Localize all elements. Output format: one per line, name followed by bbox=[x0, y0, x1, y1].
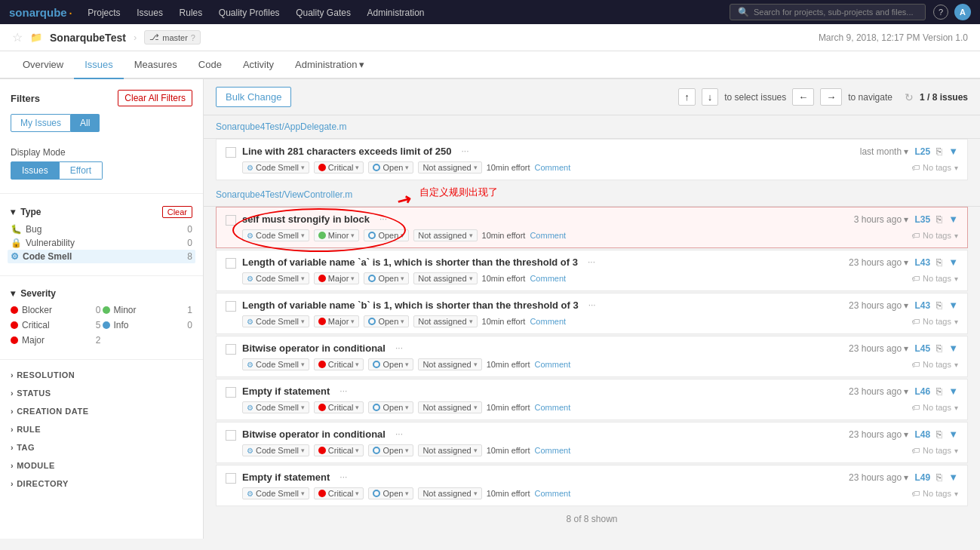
type-badge[interactable]: ⚙ Code Smell ▾ bbox=[242, 487, 309, 499]
clear-all-filters-button[interactable]: Clear All Filters bbox=[118, 90, 192, 106]
tag-section[interactable]: › Tag bbox=[0, 438, 203, 456]
issue-checkbox[interactable] bbox=[226, 301, 236, 312]
type-badge[interactable]: ⚙ Code Smell ▾ bbox=[242, 401, 309, 413]
issue-more-icon[interactable]: ··· bbox=[379, 214, 387, 224]
filter-icon[interactable]: ▼ bbox=[948, 343, 958, 354]
my-issues-button[interactable]: My Issues bbox=[11, 114, 71, 132]
branch-badge[interactable]: ⎇ master ? bbox=[144, 30, 201, 45]
severity-major-row[interactable]: Major 2 bbox=[11, 333, 101, 347]
type-badge[interactable]: ⚙ Code Smell ▾ bbox=[242, 229, 309, 241]
comment-link[interactable]: Comment bbox=[535, 360, 571, 369]
assignee-badge[interactable]: Not assigned ▾ bbox=[418, 358, 481, 370]
severity-critical-row[interactable]: Critical 5 bbox=[11, 318, 101, 332]
assignee-badge[interactable]: Not assigned ▾ bbox=[413, 229, 477, 241]
left-arrow-button[interactable]: ← bbox=[792, 88, 814, 106]
assignee-badge[interactable]: Not assigned ▾ bbox=[413, 315, 477, 327]
status-badge[interactable]: Open ▾ bbox=[364, 229, 409, 241]
severity-minor-row[interactable]: Minor 1 bbox=[103, 303, 193, 317]
rule-section[interactable]: › Rule bbox=[0, 420, 203, 438]
issue-checkbox[interactable] bbox=[226, 473, 236, 484]
filter-icon[interactable]: ▼ bbox=[948, 300, 958, 311]
severity-badge[interactable]: Minor ▾ bbox=[314, 229, 360, 241]
bulk-change-button[interactable]: Bulk Change bbox=[216, 87, 291, 107]
all-issues-button[interactable]: All bbox=[71, 114, 100, 132]
issue-checkbox[interactable] bbox=[226, 258, 236, 269]
nav-quality-profiles[interactable]: Quality Profiles bbox=[219, 8, 280, 18]
up-arrow-button[interactable]: ↑ bbox=[678, 88, 696, 106]
type-bug-row[interactable]: 🐛 Bug 0 bbox=[11, 223, 192, 236]
severity-blocker-row[interactable]: Blocker 0 bbox=[11, 303, 101, 317]
project-name[interactable]: SonarqubeTest bbox=[50, 32, 126, 44]
share-icon[interactable]: ⎘ bbox=[936, 214, 942, 225]
right-arrow-button[interactable]: → bbox=[820, 88, 842, 106]
type-badge[interactable]: ⚙ Code Smell ▾ bbox=[242, 444, 309, 456]
assignee-badge[interactable]: Not assigned ▾ bbox=[418, 487, 481, 499]
issue-checkbox[interactable] bbox=[226, 387, 236, 398]
tags-chevron-icon[interactable]: ▾ bbox=[954, 447, 958, 455]
severity-info-row[interactable]: Info 0 bbox=[103, 318, 193, 332]
severity-badge[interactable]: Major ▾ bbox=[314, 315, 360, 327]
comment-link[interactable]: Comment bbox=[535, 163, 571, 172]
status-badge[interactable]: Open ▾ bbox=[364, 315, 409, 327]
status-badge[interactable]: Open ▾ bbox=[364, 272, 409, 284]
filter-icon[interactable]: ▼ bbox=[948, 386, 958, 397]
severity-badge[interactable]: Major ▾ bbox=[314, 272, 360, 284]
creation-date-section[interactable]: › Creation Date bbox=[0, 402, 203, 420]
comment-link[interactable]: Comment bbox=[535, 489, 571, 498]
type-clear-button[interactable]: Clear bbox=[162, 206, 192, 218]
issue-checkbox[interactable] bbox=[226, 215, 236, 226]
module-section[interactable]: › Module bbox=[0, 456, 203, 475]
assignee-badge[interactable]: Not assigned ▾ bbox=[418, 401, 481, 413]
issue-more-icon[interactable]: ··· bbox=[588, 300, 596, 310]
share-icon[interactable]: ⎘ bbox=[936, 146, 942, 157]
severity-badge[interactable]: Critical ▾ bbox=[314, 487, 364, 499]
share-icon[interactable]: ⎘ bbox=[936, 257, 942, 268]
status-badge[interactable]: Open ▾ bbox=[368, 161, 413, 174]
comment-link[interactable]: Comment bbox=[535, 446, 571, 455]
share-icon[interactable]: ⎘ bbox=[936, 472, 942, 483]
comment-link[interactable]: Comment bbox=[530, 274, 566, 283]
filter-icon[interactable]: ▼ bbox=[948, 472, 958, 483]
severity-badge[interactable]: Critical ▾ bbox=[314, 161, 364, 174]
display-mode-issues[interactable]: Issues bbox=[11, 161, 60, 180]
issue-checkbox[interactable] bbox=[226, 344, 236, 355]
status-badge[interactable]: Open ▾ bbox=[368, 444, 413, 456]
star-icon[interactable]: ☆ bbox=[12, 30, 23, 45]
tab-administration[interactable]: Administration ▾ bbox=[284, 51, 375, 79]
type-badge[interactable]: ⚙ Code Smell ▾ bbox=[242, 161, 309, 174]
logo[interactable]: sonarqube · bbox=[9, 5, 72, 20]
issue-more-icon[interactable]: ··· bbox=[339, 386, 347, 396]
issue-more-icon[interactable]: ··· bbox=[395, 429, 403, 439]
share-icon[interactable]: ⎘ bbox=[936, 300, 942, 311]
issue-more-icon[interactable]: ··· bbox=[461, 146, 468, 156]
down-arrow-button[interactable]: ↓ bbox=[702, 88, 719, 106]
user-avatar[interactable]: A bbox=[954, 4, 971, 20]
comment-link[interactable]: Comment bbox=[530, 317, 566, 326]
resolution-section[interactable]: › Resolution bbox=[0, 366, 203, 384]
type-vulnerability-row[interactable]: 🔒 Vulnerability 0 bbox=[11, 236, 192, 250]
help-icon[interactable]: ? bbox=[933, 5, 948, 20]
comment-link[interactable]: Comment bbox=[530, 231, 566, 240]
file-path-2[interactable]: Sonarqube4Test/ViewController.m bbox=[204, 183, 980, 207]
refresh-icon[interactable]: ↻ bbox=[905, 91, 914, 103]
issue-more-icon[interactable]: ··· bbox=[339, 472, 347, 482]
nav-issues[interactable]: Issues bbox=[137, 8, 163, 18]
type-badge[interactable]: ⚙ Code Smell ▾ bbox=[242, 272, 309, 284]
nav-rules[interactable]: Rules bbox=[180, 8, 203, 18]
status-badge[interactable]: Open ▾ bbox=[368, 487, 413, 499]
share-icon[interactable]: ⎘ bbox=[936, 386, 942, 397]
filter-icon[interactable]: ▼ bbox=[948, 429, 958, 440]
severity-badge[interactable]: Critical ▾ bbox=[314, 444, 364, 456]
display-mode-effort[interactable]: Effort bbox=[60, 161, 103, 180]
assignee-badge[interactable]: Not assigned ▾ bbox=[413, 272, 477, 284]
comment-link[interactable]: Comment bbox=[535, 403, 571, 412]
tags-chevron-icon[interactable]: ▾ bbox=[954, 361, 958, 369]
type-badge[interactable]: ⚙ Code Smell ▾ bbox=[242, 315, 309, 327]
issue-more-icon[interactable]: ··· bbox=[588, 257, 595, 267]
type-codesmell-row[interactable]: ⚙ Code Smell 8 bbox=[8, 250, 195, 263]
status-badge[interactable]: Open ▾ bbox=[368, 358, 413, 370]
severity-section-header[interactable]: ▾ Severity bbox=[11, 288, 192, 299]
tab-measures[interactable]: Measures bbox=[124, 51, 188, 79]
nav-quality-gates[interactable]: Quality Gates bbox=[296, 8, 351, 18]
type-section-header[interactable]: ▾ Type Clear bbox=[11, 206, 192, 218]
